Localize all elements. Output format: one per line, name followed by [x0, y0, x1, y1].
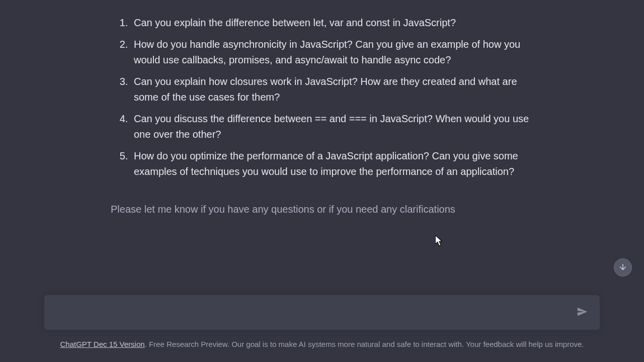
version-link[interactable]: ChatGPT Dec 15 Version: [60, 340, 144, 348]
list-item: Can you explain the difference between l…: [131, 15, 533, 31]
scroll-down-button[interactable]: [614, 258, 632, 277]
arrow-down-icon: [618, 262, 627, 273]
footer-disclaimer: . Free Research Preview. Our goal is to …: [145, 340, 584, 348]
list-item: Can you explain how closures work in Jav…: [131, 74, 533, 105]
input-box: [44, 295, 600, 330]
list-item: How do you optimize the performance of a…: [131, 148, 533, 179]
list-item: Can you discuss the difference between =…: [131, 111, 533, 142]
closing-text: Please let me know if you have any quest…: [111, 202, 533, 217]
list-item: How do you handle asynchronicity in Java…: [131, 37, 533, 68]
send-button[interactable]: [575, 304, 590, 321]
input-area: ChatGPT Dec 15 Version. Free Research Pr…: [0, 295, 644, 363]
send-icon: [577, 306, 588, 319]
message-content: Can you explain the difference between l…: [0, 0, 644, 282]
chat-input[interactable]: [54, 307, 575, 318]
footer-text: ChatGPT Dec 15 Version. Free Research Pr…: [44, 339, 600, 350]
question-list: Can you explain the difference between l…: [111, 15, 533, 179]
